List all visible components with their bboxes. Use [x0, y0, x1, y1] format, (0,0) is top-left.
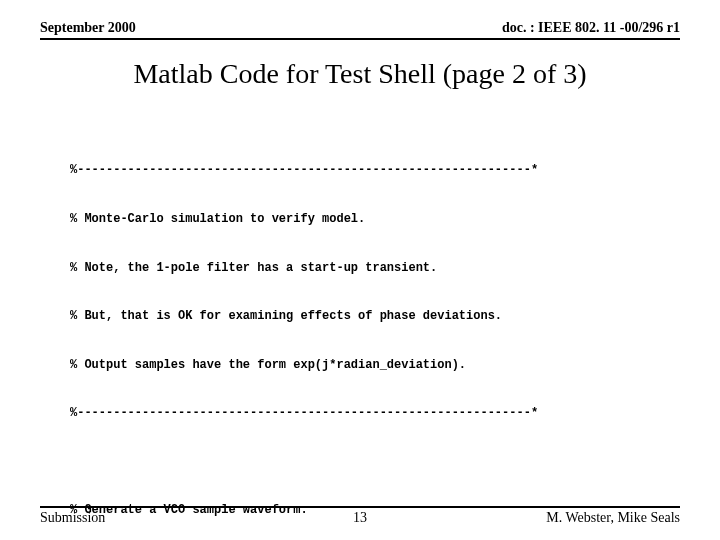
- code-block-1: %---------------------------------------…: [70, 130, 680, 454]
- code-line: % But, that is OK for examining effects …: [70, 308, 680, 324]
- footer-page-number: 13: [353, 510, 367, 526]
- footer-left: Submission: [40, 510, 105, 526]
- code-block-2: % Generate a VCO sample waveform. vco. P…: [70, 470, 680, 540]
- header: September 2000 doc. : IEEE 802. 11 -00/2…: [40, 20, 680, 40]
- header-date: September 2000: [40, 20, 136, 36]
- footer: Submission 13 M. Webster, Mike Seals: [40, 506, 680, 526]
- header-doc: doc. : IEEE 802. 11 -00/296 r1: [502, 20, 680, 36]
- footer-right: M. Webster, Mike Seals: [546, 510, 680, 526]
- code-line: % Monte-Carlo simulation to verify model…: [70, 211, 680, 227]
- page-title: Matlab Code for Test Shell (page 2 of 3): [40, 58, 680, 90]
- code-line: %---------------------------------------…: [70, 405, 680, 421]
- code-line: %---------------------------------------…: [70, 162, 680, 178]
- page: September 2000 doc. : IEEE 802. 11 -00/2…: [0, 0, 720, 540]
- code-line: % Note, the 1-pole filter has a start-up…: [70, 260, 680, 276]
- code-line: % Output samples have the form exp(j*rad…: [70, 357, 680, 373]
